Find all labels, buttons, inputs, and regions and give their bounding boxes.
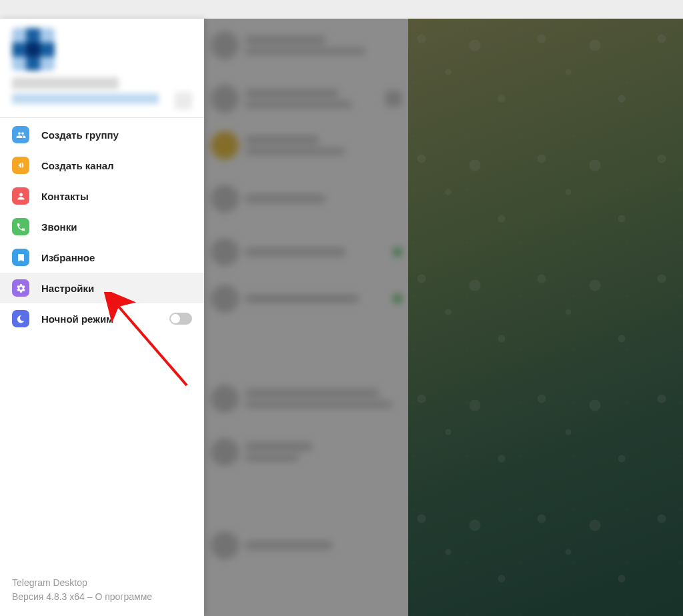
moon-icon [12, 310, 29, 327]
about-link[interactable]: О программе [95, 591, 152, 602]
menu-item-create-channel[interactable]: Создать канал [0, 150, 204, 181]
main-menu-drawer: Создать группу Создать канал Контакты Зв… [0, 19, 204, 616]
menu-item-label: Ночной режим [41, 313, 113, 325]
menu-item-label: Создать канал [41, 160, 114, 171]
avatar[interactable] [12, 28, 55, 71]
night-mode-toggle[interactable] [169, 313, 192, 325]
menu-item-create-group[interactable]: Создать группу [0, 119, 204, 150]
profile-section[interactable] [0, 19, 204, 113]
menu-item-label: Создать группу [41, 129, 119, 141]
menu-item-calls[interactable]: Звонки [0, 211, 204, 242]
app-name: Telegram Desktop [12, 576, 192, 590]
menu-item-settings[interactable]: Настройки [0, 273, 204, 303]
megaphone-icon [12, 157, 29, 174]
menu-item-label: Избранное [41, 252, 95, 263]
drawer-footer: Telegram Desktop Версия 4.8.3 x64 – О пр… [0, 576, 204, 616]
menu-item-label: Контакты [41, 191, 89, 202]
profile-subtitle-placeholder [12, 93, 159, 104]
person-icon [12, 187, 29, 205]
divider [0, 117, 204, 118]
menu-item-contacts[interactable]: Контакты [0, 181, 204, 211]
bookmark-icon [12, 249, 29, 266]
app-version: Версия 4.8.3 x64 [12, 591, 85, 602]
menu-item-night-mode[interactable]: Ночной режим [0, 303, 204, 334]
footer-sep: – [85, 591, 95, 602]
main-menu-list: Создать группу Создать канал Контакты Зв… [0, 119, 204, 334]
phone-icon [12, 218, 29, 235]
window-titlebar [0, 0, 683, 19]
menu-item-saved[interactable]: Избранное [0, 242, 204, 273]
profile-expand-icon[interactable] [175, 92, 192, 109]
group-icon [12, 126, 29, 143]
menu-item-label: Настройки [41, 283, 94, 294]
menu-item-label: Звонки [41, 221, 77, 233]
gear-icon [12, 279, 29, 297]
profile-name-placeholder [12, 77, 119, 89]
app-root: Создать группу Создать канал Контакты Зв… [0, 19, 683, 616]
